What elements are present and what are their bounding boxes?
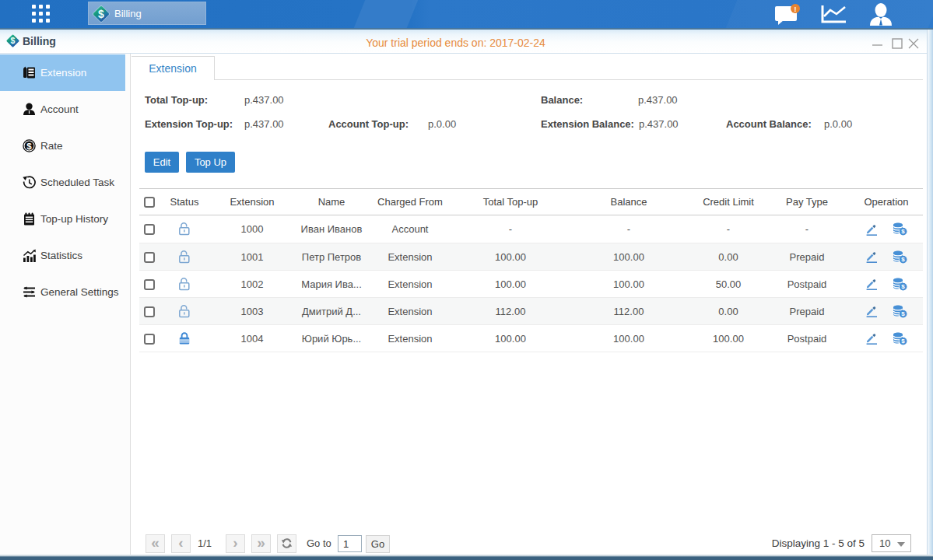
svg-text:$: $ [901,283,905,290]
svg-text:$: $ [901,228,905,235]
svg-text:!: ! [794,5,797,13]
svg-text:$: $ [26,142,32,151]
svg-text:$: $ [901,256,905,263]
svg-text:$: $ [901,338,905,345]
svg-text:$: $ [901,310,905,317]
svg-text:$: $ [98,8,104,20]
